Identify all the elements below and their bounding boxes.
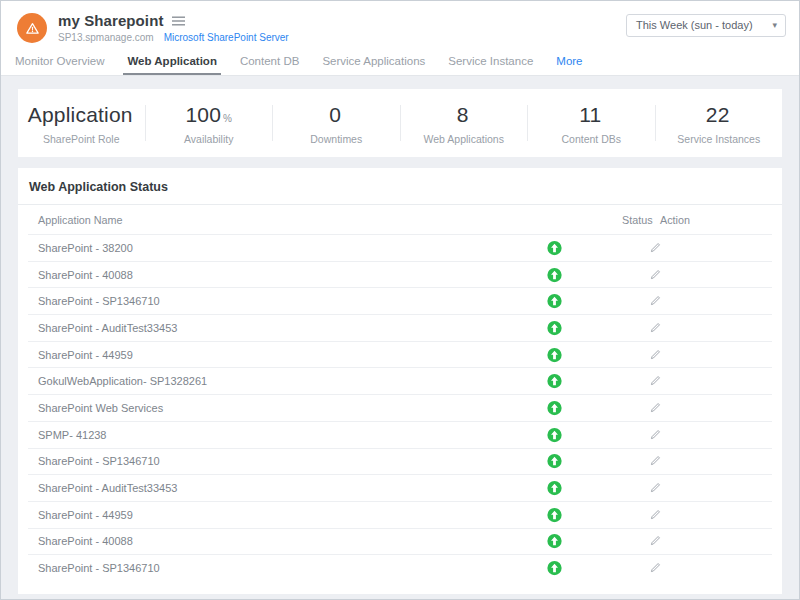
status-up-icon — [547, 454, 563, 469]
tab-service-instance[interactable]: Service Instance — [448, 48, 533, 75]
edit-pencil-icon[interactable] — [649, 561, 665, 575]
tab-bar: Monitor Overview Web Application Content… — [1, 48, 799, 76]
stat-label: Web Applications — [401, 133, 528, 145]
status-up-icon — [547, 507, 563, 522]
column-header-action: Action — [660, 214, 690, 226]
stat-label: Availability — [146, 133, 273, 145]
table-row: SharePoint - SP1346710 — [28, 554, 772, 581]
table-row: SharePoint Web Services — [28, 394, 772, 421]
warning-triangle-icon — [17, 13, 47, 43]
edit-pencil-icon[interactable] — [649, 321, 665, 335]
application-name: SharePoint - 38200 — [38, 242, 133, 254]
summary-stats-panel: Application SharePoint Role 100% Availab… — [18, 89, 782, 157]
header: my Sharepoint SP13.spmanage.com Microsof… — [1, 1, 799, 48]
edit-pencil-icon[interactable] — [649, 241, 665, 255]
tab-monitor-overview[interactable]: Monitor Overview — [15, 48, 104, 75]
tab-content-db[interactable]: Content DB — [240, 48, 299, 75]
table-row: SharePoint - 38200 — [28, 234, 772, 261]
tab-more[interactable]: More — [556, 48, 582, 75]
stat-downtimes: 0 Downtimes — [273, 101, 400, 145]
edit-pencil-icon[interactable] — [649, 481, 665, 495]
edit-pencil-icon[interactable] — [649, 508, 665, 522]
application-name: SharePoint - 40088 — [38, 269, 133, 281]
stat-sharepoint-role: Application SharePoint Role — [18, 101, 145, 145]
status-up-icon — [547, 240, 563, 255]
table-row: SharePoint - AuditTest33453 — [28, 314, 772, 341]
stat-web-applications: 8 Web Applications — [401, 101, 528, 145]
status-up-icon — [547, 347, 563, 362]
period-selector[interactable]: This Week (sun - today) ▾ — [626, 14, 786, 37]
table-row: SharePoint - 44959 — [28, 501, 772, 528]
edit-pencil-icon[interactable] — [649, 348, 665, 362]
edit-pencil-icon[interactable] — [649, 401, 665, 415]
edit-pencil-icon[interactable] — [649, 268, 665, 282]
period-selector-value: This Week (sun - today) — [636, 19, 753, 31]
column-header-status: Status — [622, 214, 653, 226]
table-row: SharePoint - SP1346710 — [28, 448, 772, 475]
host-name: SP13.spmanage.com — [58, 32, 154, 43]
application-name: GokulWebApplication- SP1328261 — [38, 375, 207, 387]
stat-label: Service Instances — [656, 133, 783, 145]
table-row: GokulWebApplication- SP1328261 — [28, 367, 772, 394]
stat-value: 11 — [579, 103, 601, 126]
stat-label: Downtimes — [273, 133, 400, 145]
application-name: SharePoint - SP1346710 — [38, 562, 160, 574]
chevron-down-icon: ▾ — [772, 15, 777, 36]
status-up-icon — [547, 374, 563, 389]
application-name: SharePoint - 44959 — [38, 349, 133, 361]
application-name: SharePoint - SP1346710 — [38, 295, 160, 307]
tab-service-applications[interactable]: Service Applications — [322, 48, 425, 75]
status-up-icon — [547, 561, 563, 576]
stat-value: 0 — [329, 103, 341, 126]
status-up-icon — [547, 294, 563, 309]
edit-pencil-icon[interactable] — [649, 454, 665, 468]
stat-label: SharePoint Role — [18, 133, 145, 145]
stat-value: 8 — [457, 103, 469, 126]
status-up-icon — [547, 534, 563, 549]
column-header-application-name: Application Name — [38, 214, 123, 226]
status-up-icon — [547, 427, 563, 442]
table-row: SharePoint - 40088 — [28, 261, 772, 288]
application-name: SharePoint - AuditTest33453 — [38, 482, 177, 494]
stat-value: Application — [28, 103, 133, 126]
server-type-link[interactable]: Microsoft SharePoint Server — [164, 32, 289, 43]
status-up-icon — [547, 320, 563, 335]
application-name: SPMP- 41238 — [38, 429, 106, 441]
web-application-status-panel: Web Application Status Application Name … — [18, 168, 782, 594]
table-body: SharePoint - 38200SharePoint - 40088Shar… — [28, 234, 772, 581]
tab-web-application[interactable]: Web Application — [127, 48, 216, 75]
stat-content-dbs: 11 Content DBs — [528, 101, 655, 145]
app-window: my Sharepoint SP13.spmanage.com Microsof… — [0, 0, 800, 600]
stat-value: 100 — [185, 103, 221, 126]
stat-label: Content DBs — [528, 133, 655, 145]
table-row: SharePoint - 40088 — [28, 528, 772, 555]
edit-pencil-icon[interactable] — [649, 428, 665, 442]
stat-value: 22 — [706, 103, 730, 126]
application-name: SharePoint - 44959 — [38, 509, 133, 521]
monitor-titles: my Sharepoint SP13.spmanage.com Microsof… — [58, 12, 289, 43]
page-title: my Sharepoint — [58, 12, 164, 29]
table-row: SharePoint - 44959 — [28, 341, 772, 368]
table-header: Application Name Status Action — [28, 205, 772, 234]
panel-title: Web Application Status — [18, 168, 782, 204]
table-row: SPMP- 41238 — [28, 421, 772, 448]
application-name: SharePoint Web Services — [38, 402, 163, 414]
application-name: SharePoint - SP1346710 — [38, 455, 160, 467]
edit-pencil-icon[interactable] — [649, 534, 665, 548]
hamburger-menu-icon[interactable] — [172, 16, 185, 26]
stat-availability: 100% Availability — [146, 101, 273, 145]
table-row: SharePoint - SP1346710 — [28, 287, 772, 314]
edit-pencil-icon[interactable] — [649, 374, 665, 388]
status-up-icon — [547, 400, 563, 415]
stat-service-instances: 22 Service Instances — [656, 101, 783, 145]
status-up-icon — [547, 481, 563, 496]
application-name: SharePoint - AuditTest33453 — [38, 322, 177, 334]
status-up-icon — [547, 267, 563, 282]
edit-pencil-icon[interactable] — [649, 294, 665, 308]
table-row: SharePoint - AuditTest33453 — [28, 474, 772, 501]
application-name: SharePoint - 40088 — [38, 535, 133, 547]
